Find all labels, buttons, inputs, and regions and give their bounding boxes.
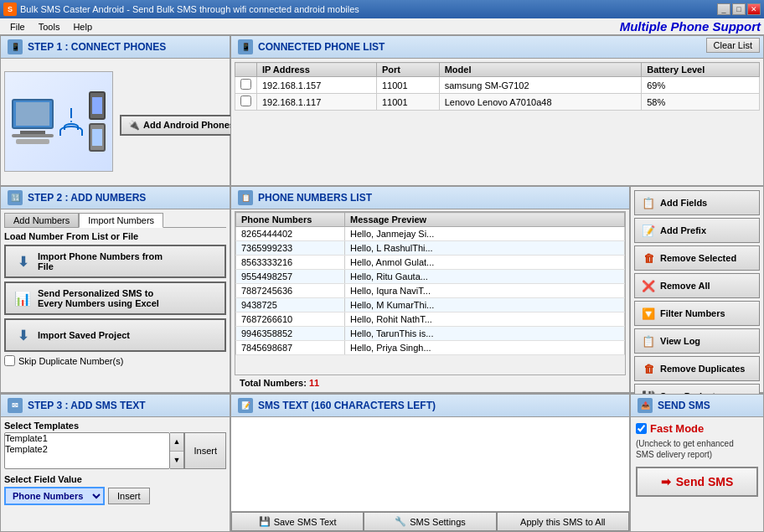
menu-tools[interactable]: Tools [32, 20, 67, 34]
import-phone-numbers-button[interactable]: ⬇ Import Phone Numbers fromFile [4, 245, 226, 278]
template-scroll: ▲ ▼ [170, 432, 185, 469]
sms-text-header: 📝 SMS TEXT (160 CHARACTERS LEFT) [231, 395, 629, 417]
close-button[interactable]: ✕ [747, 3, 761, 15]
phone-cell: 7887245636 [236, 284, 345, 298]
preview-cell: Hello, TarunThis is... [345, 327, 625, 341]
sms-bottom-buttons: 💾 Save SMS Text 🔧 SMS Settings Apply thi… [231, 511, 629, 531]
load-section-label: Load Number From List or File [4, 231, 226, 241]
sidebar-btn-icon: 📋 [640, 194, 657, 211]
send-sms-panel: 📤 SEND SMS Fast Mode (Uncheck to get enh… [630, 394, 764, 532]
template-scroll-down[interactable]: ▼ [170, 452, 184, 469]
template-select[interactable]: Template1Template2 [4, 432, 170, 469]
phone-cell: 8563333216 [236, 256, 345, 270]
template-option: Template1 [5, 433, 169, 444]
import-saved-label: Import Saved Project [38, 330, 130, 340]
model-cell: Lenovo Lenovo A7010a48 [439, 94, 642, 111]
connected-icon: 📱 [238, 39, 253, 54]
phonelist-icon: 📋 [238, 190, 253, 205]
insert-template-button[interactable]: Insert [184, 432, 226, 469]
import-saved-project-button[interactable]: ⬇ Import Saved Project [4, 318, 226, 352]
sidebar-btn-remove-all[interactable]: ❌ Remove All [634, 273, 760, 298]
step1-panel: 📱 STEP 1 : CONNECT PHONES [0, 35, 230, 186]
maximize-button[interactable]: □ [732, 3, 746, 15]
sidebar-btn-add-fields[interactable]: 📋 Add Fields [634, 190, 760, 215]
send-sms-button[interactable]: ➡ Send SMS [636, 467, 758, 497]
preview-cell: Hello, Anmol Gulat... [345, 256, 625, 270]
step3-panel: ✉ STEP 3 : ADD SMS TEXT Select Templates… [0, 394, 230, 532]
window-controls: _ □ ✕ [717, 3, 761, 15]
port-cell: 11001 [376, 77, 439, 94]
sidebar-btn-icon: 📋 [640, 333, 657, 349]
phone-cell: 7365999233 [236, 241, 345, 256]
step1-label: STEP 1 : CONNECT PHONES [28, 41, 166, 53]
sidebar-btn-label: Add Fields [660, 198, 707, 208]
sidebar-btn-label: Remove Duplicates [660, 364, 745, 374]
connected-panel: 📱 CONNECTED PHONE LIST Clear List IP Add… [230, 35, 764, 186]
port-cell: 11001 [376, 94, 439, 111]
minimize-button[interactable]: _ [717, 3, 730, 15]
template-scroll-up[interactable]: ▲ [170, 433, 184, 452]
tab-add-numbers[interactable]: Add Numbers [4, 213, 79, 227]
sidebar-btn-view-log[interactable]: 📋 View Log [634, 328, 760, 354]
add-phones-label: Add Android Phones [143, 120, 235, 130]
col-ip: IP Address [257, 63, 377, 77]
phone-cell: 9554498257 [236, 270, 345, 284]
send-sms-label: SEND SMS [658, 400, 710, 411]
preview-cell: Hello, M KumarThi... [345, 298, 625, 312]
personalized-icon: 📊 [13, 288, 33, 308]
sidebar-btn-label: Filter Numbers [660, 308, 725, 318]
add-android-phones-button[interactable]: 🔌 Add Android Phones [120, 115, 243, 136]
total-label: Total Numbers: [240, 378, 307, 388]
import-phone-label: Import Phone Numbers fromFile [38, 251, 163, 271]
sidebar-btn-label: Remove All [660, 281, 710, 291]
save-sms-text-button[interactable]: 💾 Save SMS Text [231, 512, 364, 531]
step1-illustration [4, 71, 113, 172]
row-checkbox[interactable] [240, 79, 251, 90]
step3-header: ✉ STEP 3 : ADD SMS TEXT [1, 395, 230, 417]
battery-cell: 69% [642, 77, 760, 94]
total-count: 11 [309, 378, 319, 388]
field-value-select[interactable]: Phone Numbers [4, 487, 105, 505]
personalized-sms-button[interactable]: 📊 Send Personalized SMS toEvery Numbers … [4, 281, 226, 315]
title-bar: S Bulk SMS Caster Android - Send Bulk SM… [0, 0, 764, 18]
skip-duplicate-checkbox[interactable] [4, 355, 15, 366]
menu-file[interactable]: File [3, 20, 32, 34]
model-cell: samsung SM-G7102 [439, 77, 642, 94]
skip-duplicate-label: Skip Duplicate Number(s) [18, 356, 123, 366]
fast-mode-checkbox[interactable] [636, 423, 647, 434]
clear-list-button[interactable]: Clear List [706, 38, 760, 53]
tab-import-numbers[interactable]: Import Numbers [79, 213, 163, 228]
step2-icon: 🔢 [8, 190, 23, 205]
sidebar-btn-icon: 🗑 [640, 360, 657, 377]
phonelist-row: 7365999233 Hello, L RashulThi... [236, 241, 625, 256]
ip-cell: 192.168.1.117 [257, 94, 377, 111]
preview-cell: Hello, Rohit NathT... [345, 312, 625, 327]
menu-help[interactable]: Help [66, 20, 99, 34]
preview-cell: Hello, Ritu Gauta... [345, 270, 625, 284]
phonelist-row: 8563333216 Hello, Anmol Gulat... [236, 256, 625, 270]
sms-settings-icon: 🔧 [395, 516, 406, 527]
apply-sms-all-button[interactable]: Apply this SMS to All [497, 512, 629, 531]
step2-panel: 🔢 STEP 2 : ADD NUMBERS Add Numbers Impor… [0, 186, 230, 393]
sidebar-buttons: 📋 Add Fields 📝 Add Prefix 🗑 Remove Selec… [630, 186, 764, 393]
save-sms-icon: 💾 [259, 516, 271, 527]
connected-label: CONNECTED PHONE LIST [258, 41, 385, 53]
sidebar-btn-remove-duplicates[interactable]: 🗑 Remove Duplicates [634, 356, 760, 381]
sms-settings-label: SMS Settings [410, 517, 466, 527]
sidebar-btn-label: Add Prefix [660, 225, 706, 235]
sms-settings-button[interactable]: 🔧 SMS Settings [364, 512, 496, 531]
connected-table: IP Address Port Model Battery Level 192.… [235, 62, 760, 111]
window-title: Bulk SMS Caster Android - Send Bulk SMS … [20, 4, 717, 14]
insert-field-button[interactable]: Insert [108, 488, 150, 504]
preview-cell: Hello, Janmejay Si... [345, 227, 625, 241]
sidebar-btn-add-prefix[interactable]: 📝 Add Prefix [634, 218, 760, 243]
save-sms-label: Save SMS Text [274, 517, 337, 527]
add-phones-icon: 🔌 [128, 120, 140, 131]
sidebar-btn-filter-numbers[interactable]: 🔽 Filter Numbers [634, 301, 760, 326]
sms-textarea[interactable] [231, 417, 629, 511]
row-checkbox[interactable] [240, 96, 251, 106]
sidebar-btn-icon: ❌ [640, 277, 657, 294]
sidebar-btn-remove-selected[interactable]: 🗑 Remove Selected [634, 245, 760, 271]
phonelist-row: 7887245636 Hello, Iqura NaviT... [236, 284, 625, 298]
phonelist-row: 9554498257 Hello, Ritu Gauta... [236, 270, 625, 284]
